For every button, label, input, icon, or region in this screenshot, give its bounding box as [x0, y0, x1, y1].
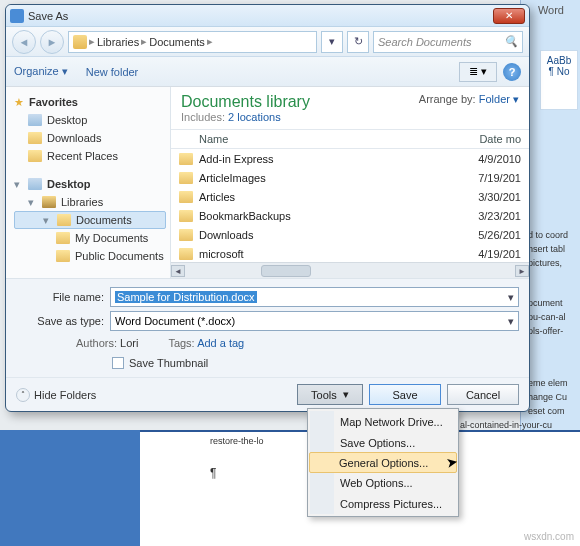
file-list[interactable]: Add-in Express4/9/2010ArticleImages7/19/… — [171, 149, 529, 262]
tags-field[interactable]: Tags: Add a tag — [168, 337, 244, 349]
save-thumbnail-checkbox[interactable]: Save Thumbnail — [16, 353, 519, 373]
tree-documents[interactable]: ▾Documents — [14, 211, 166, 229]
doc-fragment: eset com — [528, 406, 580, 416]
breadcrumb-documents[interactable]: Documents — [149, 36, 205, 48]
chevron-down-icon[interactable]: ▾ — [508, 291, 514, 304]
doc-fragment: pictures, — [528, 258, 580, 268]
folder-icon — [57, 214, 71, 226]
col-name[interactable]: Name — [171, 133, 459, 145]
tree-my-documents[interactable]: My Documents — [14, 229, 166, 247]
breadcrumb-libraries[interactable]: Libraries — [97, 36, 139, 48]
doc-fragment: ols-offer- — [528, 326, 580, 336]
col-date[interactable]: Date mo — [459, 133, 529, 145]
tree-libraries[interactable]: ▾Libraries — [14, 193, 166, 211]
checkbox-icon[interactable] — [112, 357, 124, 369]
file-name: Articles — [199, 191, 459, 203]
desktop-icon — [28, 178, 42, 190]
file-name: ArticleImages — [199, 172, 459, 184]
locations-link[interactable]: 2 locations — [228, 111, 281, 123]
style-name: ¶ No — [541, 66, 577, 77]
new-folder-button[interactable]: New folder — [86, 66, 139, 78]
collapse-icon[interactable]: ▾ — [28, 196, 37, 209]
doc-fragment: al-contained-in-your-cu — [460, 420, 580, 430]
tree-favorites[interactable]: ★Favorites — [14, 93, 166, 111]
menu-item[interactable]: Web Options... — [310, 472, 456, 493]
word-app-label: Word — [538, 4, 564, 16]
close-button[interactable]: ✕ — [493, 8, 525, 24]
doc-fragment: ou-can-al — [528, 312, 580, 322]
doc-fragment: d to coord — [528, 230, 580, 240]
recent-icon — [28, 150, 42, 162]
save-form: File name: Sample for Distribution.docx … — [6, 278, 529, 377]
scroll-left-icon[interactable]: ◄ — [171, 265, 185, 277]
scroll-thumb[interactable] — [261, 265, 311, 277]
nav-forward-button[interactable]: ► — [40, 30, 64, 54]
table-row[interactable]: Downloads5/26/201 — [171, 225, 529, 244]
file-date: 7/19/201 — [459, 172, 529, 184]
folder-icon — [179, 229, 193, 241]
style-preview[interactable]: AaBb ¶ No — [540, 50, 578, 110]
table-row[interactable]: BookmarkBackups3/23/201 — [171, 206, 529, 225]
chevron-up-icon: ˄ — [16, 388, 30, 402]
filename-input[interactable]: Sample for Distribution.docx ▾ — [110, 287, 519, 307]
library-header: Documents library Includes: 2 locations … — [171, 87, 529, 129]
menu-item[interactable]: Compress Pictures... — [310, 493, 456, 514]
menu-item[interactable]: Map Network Drive... — [310, 411, 456, 432]
nav-back-button[interactable]: ◄ — [12, 30, 36, 54]
menu-item[interactable]: Save Options... — [310, 432, 456, 453]
h-scrollbar[interactable]: ◄ ► — [171, 262, 529, 278]
tree-recent[interactable]: Recent Places — [14, 147, 166, 165]
filename-value: Sample for Distribution.docx — [115, 291, 257, 303]
save-button[interactable]: Save — [369, 384, 441, 405]
arrange-by-dropdown[interactable]: Folder ▾ — [479, 93, 519, 105]
chevron-down-icon[interactable]: ▾ — [508, 315, 514, 328]
doc-fragment: hange Cu — [528, 392, 580, 402]
desktop-icon — [28, 114, 42, 126]
search-icon: 🔍 — [504, 35, 518, 48]
collapse-icon[interactable]: ▾ — [43, 214, 52, 227]
view-options-button[interactable]: ≣ ▾ — [459, 62, 497, 82]
breadcrumb-dropdown[interactable]: ▾ — [321, 31, 343, 53]
refresh-button[interactable]: ↻ — [347, 31, 369, 53]
folder-icon — [179, 191, 193, 203]
file-date: 3/23/201 — [459, 210, 529, 222]
nav-tree[interactable]: ★Favorites Desktop Downloads Recent Plac… — [6, 87, 171, 278]
authors-field[interactable]: Authors: Lori — [76, 337, 138, 349]
titlebar[interactable]: Save As ✕ — [6, 5, 529, 27]
column-headers[interactable]: Name Date mo — [171, 129, 529, 149]
search-placeholder: Search Documents — [378, 36, 472, 48]
dialog-footer: ˄ Hide Folders Tools ▾ Save Cancel — [6, 377, 529, 411]
table-row[interactable]: Articles3/30/201 — [171, 187, 529, 206]
table-row[interactable]: microsoft4/19/201 — [171, 244, 529, 262]
tree-desktop[interactable]: Desktop — [14, 111, 166, 129]
organize-menu[interactable]: Organize ▾ — [14, 65, 68, 78]
tools-menu: Map Network Drive...Save Options...Gener… — [307, 408, 459, 517]
save-type-label: Save as type: — [16, 315, 104, 327]
search-input[interactable]: Search Documents 🔍 — [373, 31, 523, 53]
nav-bar: ◄ ► ▸ Libraries ▸ Documents ▸ ▾ ↻ Search… — [6, 27, 529, 57]
breadcrumb[interactable]: ▸ Libraries ▸ Documents ▸ — [68, 31, 317, 53]
save-as-dialog: Save As ✕ ◄ ► ▸ Libraries ▸ Documents ▸ … — [5, 4, 530, 412]
libraries-icon — [42, 196, 56, 208]
file-date: 4/19/201 — [459, 248, 529, 260]
folder-icon — [56, 250, 70, 262]
chevron-right-icon: ▸ — [141, 35, 147, 48]
tree-public-documents[interactable]: Public Documents — [14, 247, 166, 265]
help-button[interactable]: ? — [503, 63, 521, 81]
folder-icon — [56, 232, 70, 244]
tools-button[interactable]: Tools ▾ — [297, 384, 363, 405]
filename-label: File name: — [16, 291, 104, 303]
save-type-select[interactable]: Word Document (*.docx) ▾ — [110, 311, 519, 331]
tree-desktop-root[interactable]: ▾Desktop — [14, 175, 166, 193]
menu-item[interactable]: General Options... — [309, 452, 457, 473]
collapse-icon[interactable]: ▾ — [14, 178, 23, 191]
library-title: Documents library — [181, 93, 310, 111]
scroll-right-icon[interactable]: ► — [515, 265, 529, 277]
cancel-button[interactable]: Cancel — [447, 384, 519, 405]
doc-fragment: eme elem — [528, 378, 580, 388]
hide-folders-button[interactable]: ˄ Hide Folders — [16, 388, 96, 402]
file-date: 3/30/201 — [459, 191, 529, 203]
tree-downloads[interactable]: Downloads — [14, 129, 166, 147]
table-row[interactable]: ArticleImages7/19/201 — [171, 168, 529, 187]
table-row[interactable]: Add-in Express4/9/2010 — [171, 149, 529, 168]
